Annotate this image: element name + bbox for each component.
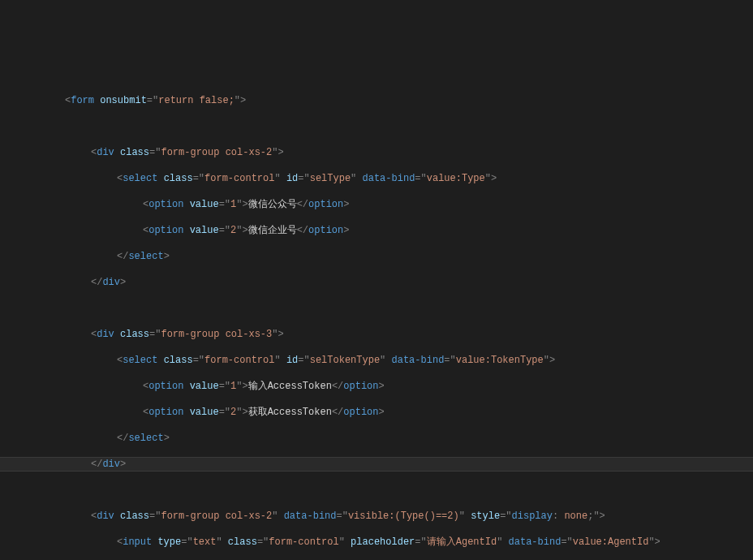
- code-line: <div class="form-group col-xs-2">: [0, 146, 753, 159]
- code-line-highlighted: </div>: [0, 457, 753, 472]
- code-line: <option value="1">微信公众号</option>: [0, 198, 753, 211]
- code-editor[interactable]: <form onsubmit="return false;"> <div cla…: [0, 52, 753, 560]
- code-line: </select>: [0, 250, 753, 263]
- code-line: <option value="1">输入AccessToken</option>: [0, 380, 753, 393]
- code-line: <select class="form-control" id="selToke…: [0, 354, 753, 367]
- code-line: <option value="2">获取AccessToken</option>: [0, 406, 753, 419]
- code-line: <div class="form-group col-xs-3">: [0, 328, 753, 341]
- code-line: <form onsubmit="return false;">: [0, 94, 753, 107]
- code-line: <input type="text" class="form-control" …: [0, 536, 753, 549]
- code-line: <div class="form-group col-xs-2" data-bi…: [0, 510, 753, 523]
- code-line: <option value="2">微信企业号</option>: [0, 224, 753, 237]
- code-line: </select>: [0, 432, 753, 445]
- code-line: </div>: [0, 276, 753, 289]
- code-line: <select class="form-control" id="selType…: [0, 172, 753, 185]
